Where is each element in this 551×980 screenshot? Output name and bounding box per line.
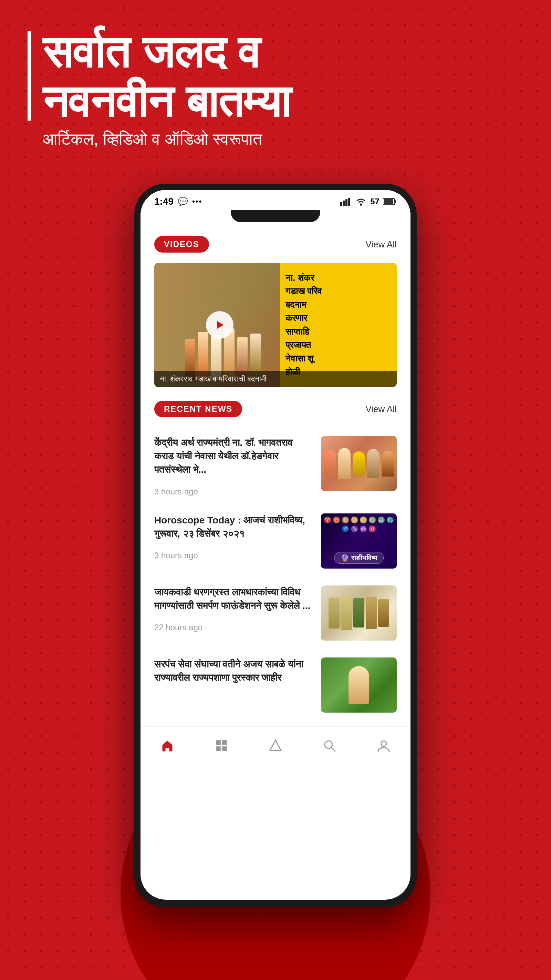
- nav-profile[interactable]: [368, 733, 399, 758]
- news-text-3: जायकवाडी धरणग्रस्त लाभधारकांच्या विविध म…: [154, 585, 314, 632]
- svg-rect-9: [216, 740, 221, 745]
- phone-mockup: 1:49 💬 •••: [0, 184, 551, 907]
- news-text-1: केंद्रीय अर्थ राज्यमंत्री ना. डॉ. भागवतर…: [154, 436, 314, 496]
- signal-icon: [340, 197, 352, 206]
- hero-text-block: सर्वात जलद व नवनवीन बातम्या आर्टिकल, व्ह…: [43, 27, 290, 149]
- svg-rect-10: [222, 740, 227, 745]
- status-time: 1:49: [154, 196, 173, 207]
- hero-subtitle: आर्टिकल, व्हिडिओ व ऑडिओ स्वरूपात: [43, 130, 290, 149]
- svg-rect-7: [395, 200, 396, 203]
- news-time-3: 22 hours ago: [154, 623, 314, 632]
- news-img-event: [321, 585, 397, 641]
- notch: [231, 210, 320, 222]
- hero-title: सर्वात जलद व नवनवीन बातम्या: [43, 27, 290, 126]
- wifi-icon: [355, 197, 367, 206]
- bottom-navigation: [140, 726, 411, 768]
- notch-area: [140, 210, 411, 226]
- video-text-overlay: ना. शंकरगडाख परिवबदनामकरणारसाप्ताहिप्रजा…: [280, 263, 397, 387]
- svg-point-16: [381, 741, 386, 746]
- news-text-2: Horoscope Today : आजचं राशीभविष्य, गुरूव…: [154, 514, 314, 560]
- svg-rect-0: [340, 202, 342, 206]
- news-time-2: 3 hours ago: [154, 550, 314, 560]
- featured-video-card[interactable]: ना. शंकरगडाख परिवबदनामकरणारसाप्ताहिप्रजा…: [154, 263, 397, 387]
- news-text-4: सरपंच सेवा संघाच्या वतीने अजय साबळे यांन…: [154, 657, 314, 695]
- whatsapp-icon: 💬: [178, 197, 188, 207]
- status-right: 57: [340, 197, 397, 207]
- home-icon: [159, 737, 176, 754]
- recent-news-view-all[interactable]: View All: [365, 404, 397, 415]
- nav-search[interactable]: [314, 733, 345, 758]
- search-icon: [321, 737, 338, 754]
- profile-icon: [375, 737, 392, 754]
- news-image-3: [321, 585, 397, 641]
- video-thumbnail: ना. शंकरगडाख परिवबदनामकरणारसाप्ताहिप्रजा…: [154, 263, 397, 387]
- news-img-rashi: ♈ ♉ ♊ ♋ ♌ ♍ ♎ ♏ ♐ ♑: [321, 514, 397, 569]
- news-item-1[interactable]: केंद्रीय अर्थ राज्यमंत्री ना. डॉ. भागवतर…: [154, 428, 397, 505]
- recent-news-section-header: RECENT NEWS View All: [154, 401, 397, 417]
- status-bar: 1:49 💬 •••: [140, 190, 411, 210]
- svg-rect-6: [384, 199, 393, 204]
- svg-line-15: [331, 748, 335, 751]
- news-image-4: [321, 657, 397, 713]
- svg-rect-12: [222, 746, 227, 751]
- svg-marker-8: [217, 321, 224, 329]
- news-img-person-green: [321, 657, 397, 713]
- rashi-label: 🔮 राशीभविष्य: [334, 552, 384, 564]
- news-img-people: [321, 436, 397, 491]
- news-image-2: ♈ ♉ ♊ ♋ ♌ ♍ ♎ ♏ ♐ ♑: [321, 514, 397, 569]
- main-content: VIDEOS View All: [140, 226, 411, 726]
- nav-grid[interactable]: [206, 733, 237, 758]
- news-time-1: 3 hours ago: [154, 487, 314, 496]
- phone-screen: 1:49 💬 •••: [140, 190, 411, 900]
- videos-view-all[interactable]: View All: [365, 239, 397, 250]
- videos-badge: VIDEOS: [154, 236, 209, 253]
- news-item-3[interactable]: जायकवाडी धरणग्रस्त लाभधारकांच्या विविध म…: [154, 577, 397, 649]
- nav-home[interactable]: [152, 733, 183, 758]
- recent-news-badge: RECENT NEWS: [154, 401, 242, 417]
- news-image-1: [321, 436, 397, 491]
- nav-triangle[interactable]: [260, 733, 291, 758]
- news-title-4: सरपंच सेवा संघाच्या वतीने अजय साबळे यांन…: [154, 657, 314, 684]
- svg-rect-1: [343, 200, 345, 206]
- video-caption: ना. शंकरराव गडाख व परिवाराची बदनामी: [154, 371, 397, 387]
- news-title-2: Horoscope Today : आजचं राशीभविष्य, गुरूव…: [154, 514, 314, 540]
- phone-frame: 1:49 💬 •••: [134, 184, 417, 907]
- news-title-3: जायकवाडी धरणग्रस्त लाभधारकांच्या विविध म…: [154, 585, 314, 612]
- news-item-2[interactable]: Horoscope Today : आजचं राशीभविष्य, गुरूव…: [154, 505, 397, 577]
- svg-rect-3: [348, 198, 350, 206]
- svg-marker-13: [270, 740, 281, 751]
- battery-level: 57: [370, 197, 380, 207]
- svg-point-4: [360, 204, 362, 206]
- status-left: 1:49 💬 •••: [154, 196, 202, 207]
- play-button[interactable]: [206, 311, 233, 339]
- triangle-icon: [267, 737, 284, 754]
- news-item-4[interactable]: सरपंच सेवा संघाच्या वतीने अजय साबळे यांन…: [154, 649, 397, 716]
- battery-icon: [383, 198, 397, 205]
- videos-section-header: VIDEOS View All: [154, 236, 397, 253]
- grid-icon: [213, 737, 230, 754]
- hero-accent-line: [27, 31, 31, 121]
- svg-rect-2: [345, 199, 348, 206]
- more-icon: •••: [192, 197, 202, 206]
- news-title-1: केंद्रीय अर्थ राज्यमंत्री ना. डॉ. भागवतर…: [154, 436, 314, 477]
- svg-rect-11: [216, 746, 221, 751]
